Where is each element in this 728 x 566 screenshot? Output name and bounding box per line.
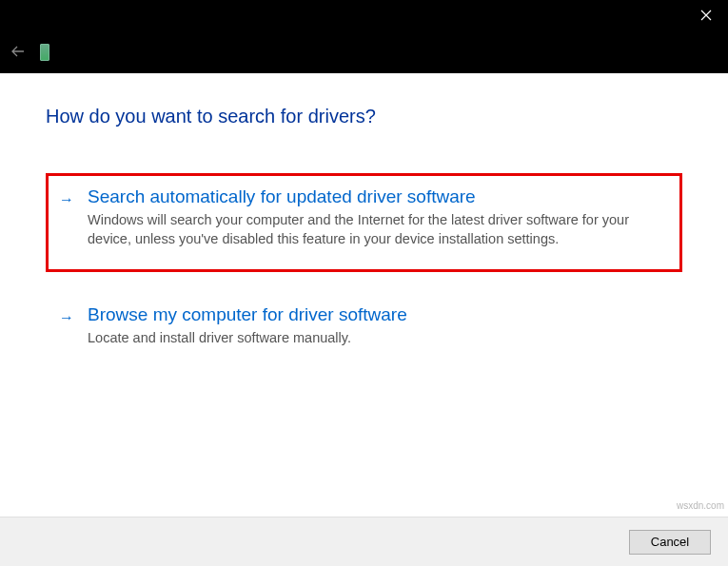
watermark: wsxdn.com: [677, 500, 724, 511]
option-browse-computer[interactable]: → Browse my computer for driver software…: [46, 291, 682, 367]
footer: Cancel: [0, 517, 728, 566]
option-description: Locate and install driver software manua…: [88, 329, 669, 348]
device-icon: [40, 44, 49, 61]
back-button[interactable]: [11, 44, 25, 61]
close-button[interactable]: [684, 0, 728, 30]
close-icon: [700, 10, 712, 21]
option-description: Windows will search your computer and th…: [88, 211, 669, 248]
cancel-button[interactable]: Cancel: [629, 530, 711, 555]
arrow-right-icon: →: [59, 191, 74, 208]
option-body: Browse my computer for driver software L…: [88, 304, 669, 348]
option-search-automatically[interactable]: → Search automatically for updated drive…: [46, 173, 682, 272]
option-title: Search automatically for updated driver …: [88, 186, 669, 207]
content-area: How do you want to search for drivers? →…: [0, 73, 728, 367]
page-title: How do you want to search for drivers?: [46, 106, 682, 127]
option-title: Browse my computer for driver software: [88, 304, 669, 325]
titlebar: [0, 0, 728, 30]
option-body: Search automatically for updated driver …: [88, 186, 669, 248]
arrow-right-icon: →: [59, 309, 74, 326]
navbar: [0, 30, 728, 73]
arrow-left-icon: [11, 46, 25, 57]
